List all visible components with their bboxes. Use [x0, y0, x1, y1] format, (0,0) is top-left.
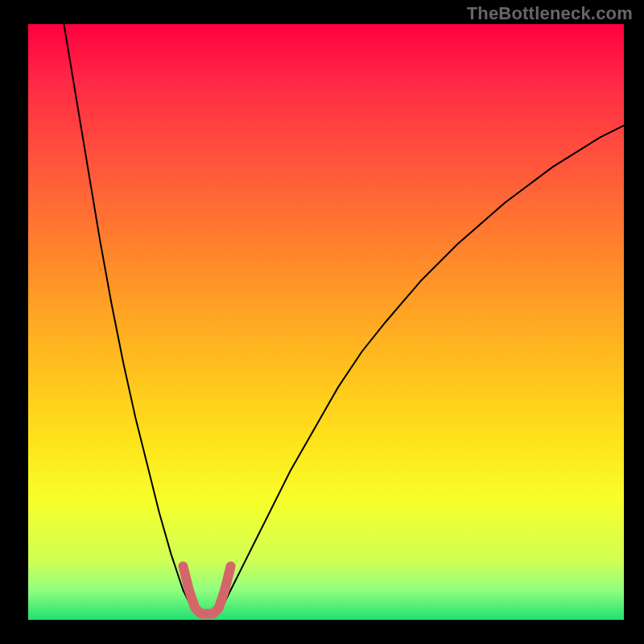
plot-background: [28, 24, 624, 620]
bottleneck-chart: [0, 0, 644, 644]
chart-outer-frame: TheBottleneck.com: [0, 0, 644, 644]
